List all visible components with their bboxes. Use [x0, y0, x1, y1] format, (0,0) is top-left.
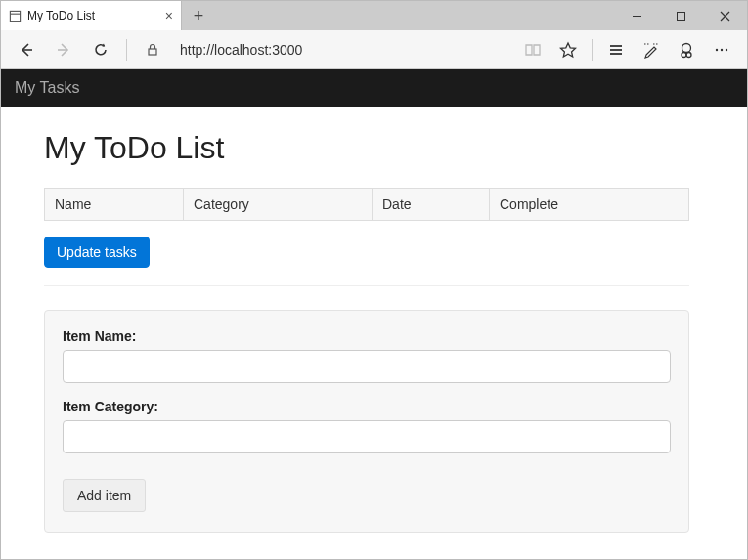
- add-item-button[interactable]: Add item: [63, 479, 146, 512]
- reading-view-icon[interactable]: [517, 34, 549, 65]
- svg-point-17: [716, 48, 718, 50]
- forward-button[interactable]: [48, 34, 79, 65]
- page-content: My ToDo List Name Category Date Complete…: [1, 107, 747, 556]
- col-category: Category: [184, 189, 373, 221]
- page-title: My ToDo List: [44, 130, 704, 166]
- col-name: Name: [45, 189, 184, 221]
- item-category-label: Item Category:: [63, 399, 671, 414]
- svg-point-19: [726, 48, 727, 50]
- svg-point-14: [682, 43, 691, 52]
- close-tab-icon[interactable]: ×: [165, 8, 173, 23]
- update-tasks-button[interactable]: Update tasks: [44, 237, 150, 268]
- col-date: Date: [373, 189, 490, 221]
- notes-icon[interactable]: [636, 34, 667, 65]
- browser-toolbar: http://localhost:3000: [1, 30, 747, 69]
- app-navbar: My Tasks: [1, 69, 747, 107]
- back-button[interactable]: [11, 34, 42, 65]
- svg-point-15: [682, 52, 686, 57]
- tasks-table: Name Category Date Complete: [44, 188, 689, 221]
- minimize-button[interactable]: [615, 1, 659, 30]
- lock-icon[interactable]: [137, 34, 168, 65]
- app-brand[interactable]: My Tasks: [15, 79, 79, 96]
- more-icon[interactable]: [706, 34, 737, 65]
- svg-rect-3: [678, 12, 685, 20]
- item-name-label: Item Name:: [63, 328, 671, 344]
- hub-icon[interactable]: [600, 34, 632, 65]
- toolbar-divider: [126, 39, 127, 61]
- new-tab-button[interactable]: +: [182, 1, 215, 30]
- browser-tab-active[interactable]: My ToDo List ×: [1, 1, 182, 30]
- page-icon: [9, 10, 22, 22]
- section-divider: [44, 285, 689, 286]
- share-icon[interactable]: [671, 34, 702, 65]
- table-header-row: Name Category Date Complete: [45, 189, 689, 221]
- favorite-icon[interactable]: [552, 34, 584, 65]
- svg-point-16: [686, 52, 691, 57]
- item-category-input[interactable]: [63, 420, 671, 453]
- svg-rect-0: [10, 11, 20, 21]
- maximize-button[interactable]: [659, 1, 703, 30]
- svg-point-18: [721, 48, 723, 50]
- toolbar-divider-2: [592, 39, 593, 61]
- svg-rect-8: [149, 49, 156, 55]
- col-complete: Complete: [490, 189, 689, 221]
- tab-title: My ToDo List: [27, 9, 159, 22]
- close-window-button[interactable]: [703, 1, 747, 30]
- add-item-form: Item Name: Item Category: Add item: [44, 310, 689, 533]
- address-bar[interactable]: http://localhost:3000: [174, 38, 511, 62]
- browser-tab-strip: My ToDo List × +: [1, 1, 747, 30]
- refresh-button[interactable]: [85, 34, 116, 65]
- item-name-input[interactable]: [63, 350, 671, 383]
- window-controls: [615, 1, 747, 30]
